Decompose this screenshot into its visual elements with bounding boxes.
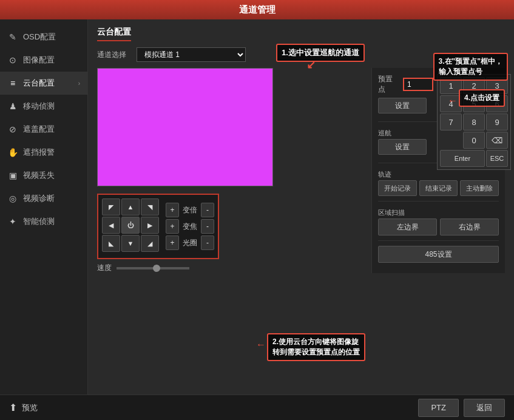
- sidebar-item-ptz[interactable]: ≡ 云台配置 ›: [0, 72, 87, 95]
- ptz-iris-plus-btn[interactable]: +: [166, 235, 179, 250]
- speed-slider[interactable]: [117, 267, 189, 269]
- areascan-label: 区域扫描: [378, 208, 499, 217]
- sidebar-item-motion[interactable]: ♟ 移动侦测: [0, 95, 87, 118]
- numpad-overlay: 1 2 3 4 5 6 7 8 9 0 ⌫ Enter ESC: [437, 74, 511, 170]
- preview-label: 预览: [22, 402, 38, 413]
- bottom-right: PTZ 返回: [418, 399, 505, 417]
- ptz-up-btn[interactable]: ▲: [121, 198, 140, 215]
- sidebar-label-videoloss: 视频丢失: [23, 170, 55, 181]
- bottom-bar: ⬆ 预览 PTZ 返回: [0, 395, 514, 420]
- num-1-btn[interactable]: 1: [440, 77, 462, 94]
- preview-area: [97, 68, 273, 186]
- sidebar: ✎ OSD配置 ⊙ 图像配置 ≡ 云台配置 › ♟ 移动侦测 ⊘ 遮盖配置 ✋ …: [0, 19, 88, 395]
- rs485-btn[interactable]: 485设置: [378, 246, 499, 263]
- preview-icon: ⬆: [9, 402, 17, 413]
- ptz-downright-btn[interactable]: ◢: [141, 235, 159, 252]
- num-empty-btn: [440, 132, 462, 149]
- num-enter-btn[interactable]: Enter: [440, 150, 485, 167]
- ptz-focus-row: + 变焦 -: [166, 219, 214, 234]
- channel-select[interactable]: 模拟通道 1: [137, 47, 246, 62]
- preset-input[interactable]: [403, 78, 433, 91]
- preset-set-btn[interactable]: 设置: [378, 98, 427, 113]
- tamper-icon: ✋: [7, 147, 18, 157]
- content-area: 云台配置 通道选择 模拟通道 1 ◤ ▲ ◥: [88, 19, 514, 395]
- num-esc-btn[interactable]: ESC: [486, 150, 508, 167]
- speed-label: 速度: [97, 263, 112, 273]
- sidebar-label-osd: OSD配置: [23, 32, 56, 42]
- left-bound-btn[interactable]: 左边界: [378, 218, 437, 235]
- ptz-right-btn[interactable]: ▶: [141, 217, 159, 234]
- motion-icon: ♟: [7, 101, 18, 111]
- videoloss-icon: ▣: [7, 171, 18, 180]
- sidebar-item-videodiag[interactable]: ◎ 视频诊断: [0, 187, 87, 210]
- ptz-power-btn[interactable]: ⏻: [121, 217, 140, 234]
- sidebar-label-image: 图像配置: [23, 55, 55, 66]
- left-col: ◤ ▲ ◥ ◀ ⏻ ▶ ◣ ▼ ◢: [97, 68, 364, 273]
- num-9-btn[interactable]: 9: [486, 113, 508, 130]
- num-2-btn[interactable]: 2: [463, 77, 485, 94]
- annotation-2: 2.使用云台方向键将图像旋转到需要设置预置点的位置 ←: [267, 333, 365, 361]
- sidebar-item-videoloss[interactable]: ▣ 视频丢失: [0, 164, 87, 187]
- ptz-icon: ≡: [7, 78, 18, 88]
- areascan-section: 区域扫描 左边界 右边界: [378, 206, 499, 241]
- ptz-arrow-icon: ›: [78, 80, 80, 87]
- sidebar-item-smart[interactable]: ✦ 智能侦测: [0, 210, 87, 233]
- num-8-btn[interactable]: 8: [463, 113, 485, 130]
- ptz-zoom-plus-btn[interactable]: +: [166, 203, 179, 217]
- ptz-downleft-btn[interactable]: ◣: [102, 235, 120, 252]
- ptz-focus-plus-btn[interactable]: +: [166, 219, 179, 234]
- channel-row: 通道选择 模拟通道 1: [97, 47, 505, 62]
- ptz-upright-btn[interactable]: ◥: [141, 198, 159, 215]
- track-buttons-row: 开始记录 结束记录 主动删除: [378, 180, 499, 196]
- title-text: 通道管理: [239, 4, 276, 16]
- osd-icon: ✎: [7, 32, 18, 42]
- num-7-btn[interactable]: 7: [440, 113, 462, 130]
- ptz-down-btn[interactable]: ▼: [121, 235, 140, 252]
- sidebar-label-tamper: 遮挡报警: [23, 147, 55, 158]
- stop-record-btn[interactable]: 结束记录: [419, 180, 458, 196]
- cruise-set-btn[interactable]: 设置: [378, 139, 427, 155]
- track-section: 轨迹 开始记录 结束记录 主动删除: [378, 168, 499, 202]
- title-bar: 通道管理: [0, 0, 514, 19]
- ptz-bottom-btn[interactable]: PTZ: [418, 399, 459, 417]
- num-6-btn[interactable]: 6: [486, 95, 508, 112]
- right-bound-btn[interactable]: 右边界: [440, 218, 499, 235]
- sidebar-item-tamper[interactable]: ✋ 遮挡报警: [0, 141, 87, 164]
- num-4-btn[interactable]: 4: [440, 95, 462, 112]
- back-btn[interactable]: 返回: [464, 399, 505, 417]
- bottom-left: ⬆ 预览: [9, 402, 38, 413]
- ptz-zoom-row: + 变倍 -: [166, 203, 214, 217]
- num-5-btn[interactable]: 5: [463, 95, 485, 112]
- ptz-left-btn[interactable]: ◀: [102, 217, 120, 234]
- boundary-row: 左边界 右边界: [378, 218, 499, 235]
- sidebar-label-mask: 遮盖配置: [23, 124, 55, 135]
- sidebar-item-osd[interactable]: ✎ OSD配置: [0, 25, 87, 49]
- ptz-focus-label: 变焦: [181, 222, 199, 232]
- num-3-btn[interactable]: 3: [486, 77, 508, 94]
- sidebar-label-smart: 智能侦测: [23, 216, 55, 227]
- rs485-section: 485设置: [378, 246, 499, 263]
- ptz-upleft-btn[interactable]: ◤: [102, 198, 120, 215]
- start-record-btn[interactable]: 开始记录: [378, 180, 417, 196]
- ptz-zoom-minus-btn[interactable]: -: [201, 203, 214, 217]
- ptz-extra-controls: + 变倍 - + 变焦 - + 光圈: [166, 203, 214, 250]
- sidebar-label-motion: 移动侦测: [23, 101, 55, 112]
- numpad-grid: 1 2 3 4 5 6 7 8 9 0 ⌫ Enter ESC: [440, 77, 508, 167]
- videodiag-icon: ◎: [7, 194, 18, 203]
- sidebar-label-ptz: 云台配置: [23, 78, 55, 89]
- ptz-iris-minus-btn[interactable]: -: [201, 235, 214, 250]
- channel-label: 通道选择: [97, 50, 130, 60]
- ptz-zoom-label: 变倍: [181, 205, 199, 215]
- ptz-focus-minus-btn[interactable]: -: [201, 219, 214, 234]
- num-backspace-btn[interactable]: ⌫: [486, 132, 508, 149]
- sidebar-item-mask[interactable]: ⊘ 遮盖配置: [0, 118, 87, 141]
- speed-row: 速度: [97, 263, 364, 273]
- track-label: 轨迹: [378, 170, 499, 179]
- sidebar-item-image[interactable]: ⊙ 图像配置: [0, 49, 87, 72]
- ptz-iris-label: 光圈: [181, 238, 199, 248]
- mask-icon: ⊘: [7, 124, 18, 134]
- annotation-2-box: 2.使用云台方向键将图像旋转到需要设置预置点的位置: [267, 333, 365, 361]
- delete-track-btn[interactable]: 主动删除: [460, 180, 499, 196]
- main-layout: ✎ OSD配置 ⊙ 图像配置 ≡ 云台配置 › ♟ 移动侦测 ⊘ 遮盖配置 ✋ …: [0, 19, 514, 395]
- num-0-btn[interactable]: 0: [463, 132, 485, 149]
